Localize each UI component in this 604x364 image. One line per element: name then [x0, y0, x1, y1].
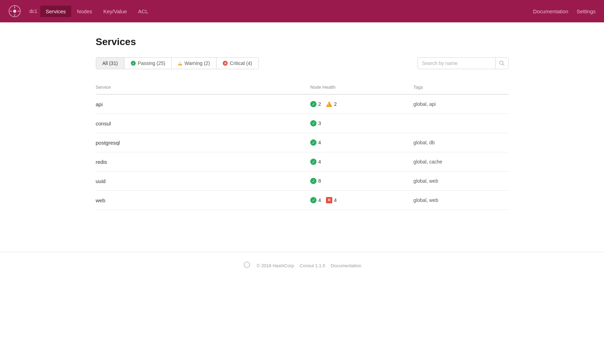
filter-all[interactable]: All (31)	[96, 58, 125, 69]
service-name[interactable]: consul	[96, 121, 111, 126]
search-button[interactable]	[495, 58, 508, 69]
footer-version[interactable]: Consul 1.1.0	[300, 263, 325, 268]
health-group: ✓ 4	[310, 139, 413, 146]
filter-buttons: All (31) ✓ Passing (25) Warning (2) ✕ Cr…	[96, 57, 259, 69]
nav-keyvalue[interactable]: Key/Value	[98, 6, 132, 17]
nav-services[interactable]: Services	[40, 6, 72, 17]
col-header-health: Node Health	[310, 80, 413, 94]
warn-icon	[326, 101, 332, 107]
table-row: api✓ 2 2global, api	[96, 94, 509, 114]
services-table: Service Node Health Tags api✓ 2 2global,…	[96, 80, 509, 210]
pass-icon: ✓	[310, 197, 317, 203]
nav-documentation[interactable]: Documentation	[533, 8, 568, 14]
filter-bar: All (31) ✓ Passing (25) Warning (2) ✕ Cr…	[96, 57, 509, 69]
health-critical-badge[interactable]: ✕ 4	[326, 197, 337, 203]
pass-icon: ✓	[310, 159, 317, 165]
hashicorp-logo-icon	[243, 261, 251, 271]
filter-critical-label: Critical (4)	[230, 60, 252, 66]
health-warning-badge[interactable]: 2	[326, 101, 337, 107]
main-content: Services All (31) ✓ Passing (25) Warning…	[75, 22, 530, 224]
search-box	[418, 57, 509, 69]
table-row: redis✓ 4global, cache	[96, 152, 509, 172]
dc-label[interactable]: dc1	[29, 8, 37, 14]
health-passing-badge[interactable]: ✓ 4	[310, 139, 321, 146]
consul-logo-icon	[8, 5, 21, 17]
health-group: ✓ 4✕ 4	[310, 197, 413, 203]
table-row: consul✓ 3	[96, 114, 509, 133]
filter-warning[interactable]: Warning (2)	[172, 58, 216, 69]
service-name[interactable]: api	[96, 101, 103, 107]
navbar-brand	[8, 5, 21, 17]
svg-line-7	[503, 64, 504, 66]
health-passing-badge[interactable]: ✓ 4	[310, 197, 321, 203]
crit-icon: ✕	[326, 197, 332, 203]
service-tags: global, web	[413, 178, 438, 184]
service-tags: global, cache	[413, 159, 442, 165]
filter-warning-label: Warning (2)	[184, 60, 210, 66]
pass-icon: ✓	[310, 101, 317, 107]
col-header-service: Service	[96, 80, 311, 94]
col-header-tags: Tags	[413, 80, 508, 94]
passing-icon: ✓	[131, 61, 136, 66]
nav-acl[interactable]: ACL	[133, 6, 154, 17]
health-group: ✓ 2 2	[310, 101, 413, 107]
health-passing-badge[interactable]: ✓ 4	[310, 159, 321, 165]
filter-critical[interactable]: ✕ Critical (4)	[216, 58, 258, 69]
pass-icon: ✓	[310, 120, 317, 126]
filter-passing[interactable]: ✓ Passing (25)	[125, 58, 172, 69]
table-row: web✓ 4✕ 4global, web	[96, 191, 509, 210]
health-passing-badge[interactable]: ✓ 2	[310, 101, 321, 107]
service-name[interactable]: postgresql	[96, 140, 120, 146]
footer-copyright: © 2018 HashiCorp	[257, 263, 294, 268]
search-icon	[499, 60, 505, 66]
health-group: ✓ 4	[310, 159, 413, 165]
service-tags: global, web	[413, 197, 438, 203]
critical-icon: ✕	[223, 61, 228, 66]
pass-icon: ✓	[310, 178, 317, 184]
warning-icon	[178, 61, 182, 65]
service-name[interactable]: uuid	[96, 178, 106, 184]
navbar: dc1 Services Nodes Key/Value ACL Documen…	[0, 0, 604, 22]
page-title: Services	[96, 36, 509, 48]
health-passing-badge[interactable]: ✓ 8	[310, 178, 321, 184]
nav-nodes[interactable]: Nodes	[71, 6, 98, 17]
service-tags: global, db	[413, 140, 435, 145]
filter-passing-label: Passing (25)	[138, 60, 165, 66]
footer-documentation[interactable]: Documentation	[331, 263, 361, 268]
navbar-right: Documentation Settings	[533, 8, 596, 14]
health-group: ✓ 8	[310, 178, 413, 184]
svg-point-1	[13, 10, 16, 13]
pass-icon: ✓	[310, 139, 317, 146]
filter-all-label: All (31)	[102, 60, 118, 66]
health-passing-badge[interactable]: ✓ 3	[310, 120, 321, 126]
table-row: uuid✓ 8global, web	[96, 172, 509, 191]
footer: © 2018 HashiCorp Consul 1.1.0 Documentat…	[0, 252, 604, 279]
service-name[interactable]: redis	[96, 159, 107, 165]
service-tags: global, api	[413, 101, 436, 107]
navbar-links: Services Nodes Key/Value ACL	[40, 6, 154, 17]
service-name[interactable]: web	[96, 197, 106, 203]
nav-settings[interactable]: Settings	[577, 8, 596, 14]
health-group: ✓ 3	[310, 120, 413, 126]
table-row: postgresql✓ 4global, db	[96, 133, 509, 152]
search-input[interactable]	[418, 58, 495, 69]
